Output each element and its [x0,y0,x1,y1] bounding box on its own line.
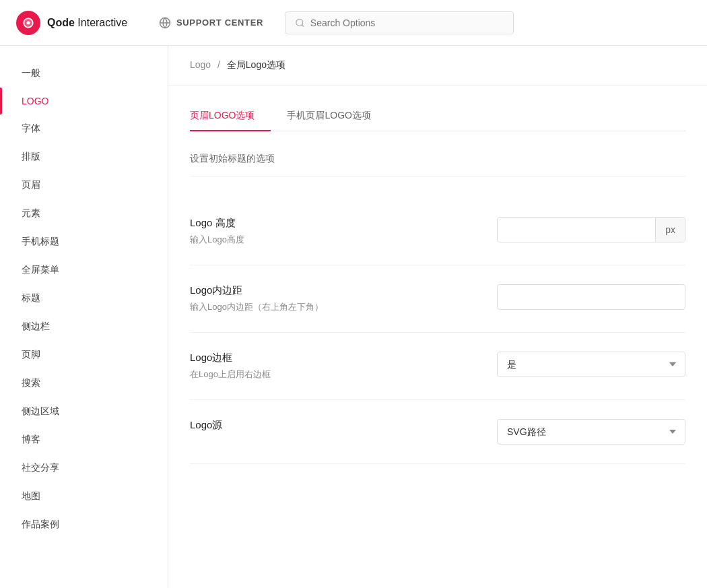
tab-mobile-logo[interactable]: 手机页眉LOGO选项 [287,102,386,131]
settings-control-logo-source: SVG路径图片文字 [497,419,685,445]
settings-label-logo-source: Logo源 [190,419,481,436]
header: Qode Interactive SUPPORT CENTER [0,0,707,46]
settings-desc-logo-border: 在Logo上启用右边框 [190,368,481,381]
breadcrumb: Logo / 全局Logo选项 [168,46,707,86]
settings-label-logo-height: Logo 高度输入Logo高度 [190,217,481,246]
sidebar-item-sidebar[interactable]: 侧边栏 [0,313,168,341]
search-icon [295,18,305,28]
search-input[interactable] [310,18,504,28]
settings-row-logo-height: Logo 高度输入Logo高度px [190,198,685,265]
support-center-link[interactable]: SUPPORT CENTER [159,17,263,29]
tabs: 页眉LOGO选项 手机页眉LOGO选项 [190,102,685,131]
brand-svg [22,16,35,30]
settings-desc-logo-height: 输入Logo高度 [190,234,481,246]
sidebar-item-footer[interactable]: 页脚 [0,341,168,369]
breadcrumb-current: 全局Logo选项 [227,59,285,70]
svg-point-1 [27,21,30,24]
input-logo-padding[interactable] [497,284,685,310]
sidebar-item-font[interactable]: 字体 [0,115,168,143]
sidebar: 一般LOGO字体排版页眉元素手机标题全屏菜单标题侧边栏页脚搜索侧边区域博客社交分… [0,46,168,588]
breadcrumb-sep: / [217,59,220,70]
svg-line-5 [302,24,304,26]
settings-title-logo-border: Logo边框 [190,352,481,364]
sidebar-item-logo[interactable]: LOGO [0,88,168,115]
select-wrapper-logo-source: SVG路径图片文字 [497,419,685,445]
sidebar-item-mobile-title[interactable]: 手机标题 [0,228,168,256]
settings-title-logo-height: Logo 高度 [190,217,481,230]
globe-icon [159,17,171,29]
settings-row-logo-source: Logo源SVG路径图片文字 [190,400,685,464]
logo-area: Qode Interactive [16,11,137,35]
sidebar-item-layout[interactable]: 排版 [0,143,168,171]
content-area: 页眉LOGO选项 手机页眉LOGO选项 设置初始标题的选项 Logo 高度输入L… [168,86,707,480]
sidebar-item-element[interactable]: 元素 [0,199,168,228]
settings-label-logo-border: Logo边框在Logo上启用右边框 [190,352,481,381]
main-content: Logo / 全局Logo选项 页眉LOGO选项 手机页眉LOGO选项 设置初始… [168,46,707,588]
settings-label-logo-padding: Logo内边距输入Logo内边距（右上角左下角） [190,284,481,313]
settings-desc-logo-padding: 输入Logo内边距（右上角左下角） [190,301,481,313]
sidebar-item-search[interactable]: 搜索 [0,369,168,397]
input-suffix-wrapper-logo-height: px [497,217,685,242]
settings-control-logo-border: 是否 [497,352,685,377]
settings-row-logo-border: Logo边框在Logo上启用右边框是否 [190,333,685,400]
settings-control-logo-padding [497,284,685,310]
app-layout: 一般LOGO字体排版页眉元素手机标题全屏菜单标题侧边栏页脚搜索侧边区域博客社交分… [0,46,707,588]
section-description: 设置初始标题的选项 [190,153,685,176]
select-wrapper-logo-border: 是否 [497,352,685,377]
sidebar-item-map[interactable]: 地图 [0,482,168,511]
search-bar[interactable] [285,11,514,34]
sidebar-item-blog[interactable]: 博客 [0,426,168,454]
svg-point-4 [296,19,303,26]
sidebar-item-header[interactable]: 页眉 [0,171,168,199]
sidebar-item-sidebar-area[interactable]: 侧边区域 [0,397,168,426]
brand-name: Qode Interactive [47,17,127,29]
input-logo-height[interactable] [498,218,655,242]
tab-header-logo[interactable]: 页眉LOGO选项 [190,102,271,131]
breadcrumb-parent: Logo [190,59,211,70]
support-center-label: SUPPORT CENTER [176,18,263,28]
sidebar-item-portfolio[interactable]: 作品案例 [0,511,168,539]
input-suffix-logo-height: px [655,218,685,242]
sidebar-item-general[interactable]: 一般 [0,59,168,88]
settings-title-logo-source: Logo源 [190,419,481,432]
settings-row-logo-padding: Logo内边距输入Logo内边距（右上角左下角） [190,265,685,333]
sidebar-item-social-share[interactable]: 社交分享 [0,454,168,482]
sidebar-item-fullscreen-menu[interactable]: 全屏菜单 [0,256,168,284]
settings-container: Logo 高度输入Logo高度pxLogo内边距输入Logo内边距（右上角左下角… [190,198,685,464]
settings-control-logo-height: px [497,217,685,242]
brand-logo-icon [16,11,40,35]
select-logo-source[interactable]: SVG路径图片文字 [497,419,685,445]
sidebar-item-title[interactable]: 标题 [0,284,168,313]
settings-title-logo-padding: Logo内边距 [190,284,481,297]
select-logo-border[interactable]: 是否 [497,352,685,377]
